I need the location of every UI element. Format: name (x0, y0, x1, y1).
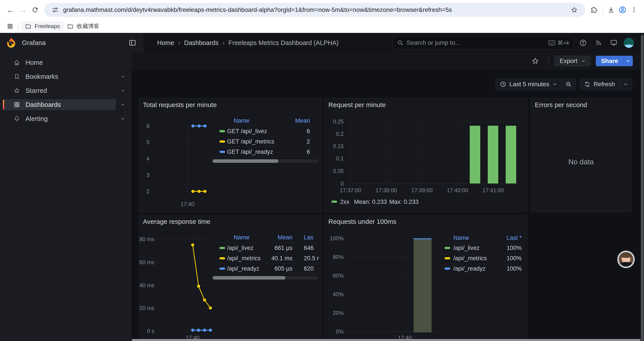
legend-header-mean[interactable]: Mean (257, 234, 292, 241)
legend-swatch[interactable] (220, 257, 225, 259)
legend-scrollbar[interactable] (212, 276, 318, 279)
time-range-picker[interactable]: Last 5 minutes (496, 79, 561, 90)
bookmark-folder-freeleaps[interactable]: Freeleaps (22, 21, 64, 31)
legend-header-name[interactable]: Name (234, 234, 250, 241)
breadcrumb-dashboards[interactable]: Dashboards (184, 39, 218, 47)
legend-header-last[interactable]: Las (304, 234, 314, 241)
chevron-down-icon[interactable] (118, 116, 127, 121)
legend-series-name[interactable]: /api/_livez (453, 244, 480, 252)
legend-header-mean[interactable]: Mean (277, 117, 310, 124)
home-icon (14, 59, 20, 66)
legend-series-name[interactable]: /api/_metrics (227, 254, 260, 262)
sidebar-item-bookmarks-link[interactable]: Bookmarks (3, 71, 116, 82)
page-scrollbar-vertical[interactable] (640, 33, 644, 341)
profile-icon[interactable] (617, 4, 628, 16)
sidebar-item-alerting-link[interactable]: Alerting (3, 113, 116, 124)
legend-swatch[interactable] (220, 247, 225, 249)
user-avatar[interactable] (624, 38, 634, 48)
legend-series-name[interactable]: /api/_livez (227, 244, 254, 252)
zoom-out-button[interactable] (561, 79, 576, 90)
sidebar-item-home[interactable]: Home (3, 57, 127, 68)
legend-series-name[interactable]: /api/_readyz (227, 265, 259, 272)
legend-series-name[interactable]: 2xx (340, 198, 350, 206)
export-button[interactable]: Export (554, 56, 591, 66)
scrollbar-thumb[interactable] (212, 276, 286, 279)
legend-swatch[interactable] (220, 140, 225, 143)
dock-menu-icon[interactable] (128, 38, 137, 48)
bookmark-star-icon[interactable] (568, 4, 580, 16)
gridline (422, 122, 422, 184)
legend-last-value: 646 (304, 244, 322, 252)
legend-swatch[interactable] (220, 267, 225, 270)
favorite-star-icon[interactable] (530, 56, 540, 66)
legend-header-name[interactable]: Name (234, 117, 250, 124)
legend-value: 2 (277, 138, 310, 145)
legend-swatch[interactable] (444, 257, 450, 259)
page-scrollbar-horizontal[interactable] (132, 339, 640, 341)
gridline (386, 122, 386, 184)
gridline (157, 308, 211, 308)
browser-menu-icon[interactable] (628, 4, 640, 16)
share-menu-button[interactable] (624, 56, 633, 66)
y-tick: 0.15 (326, 143, 344, 149)
extensions-icon[interactable] (588, 4, 600, 16)
browser-toolbar: ← → grafana.mathmast.com/d/deytv4rwavabk… (0, 0, 644, 20)
legend-series-name[interactable]: GET /api/_readyz (227, 148, 273, 156)
legend-series-name[interactable]: /api/_readyz (453, 265, 486, 272)
bookmark-folder-blogs[interactable]: 收藏博客 (64, 21, 103, 32)
apps-grid-icon[interactable] (4, 21, 16, 32)
panel-title[interactable]: Total requests per minute (143, 101, 217, 109)
legend-series-name[interactable]: GET /api/_livez (227, 128, 267, 135)
url-bar[interactable]: grafana.mathmast.com/d/deytv4rwavabkb/fr… (44, 3, 585, 17)
x-tick: 17:41:00 (476, 187, 511, 194)
legend-mean-value: 605 µs (257, 265, 292, 272)
chevron-down-icon[interactable] (118, 88, 127, 93)
legend-swatch[interactable] (220, 130, 225, 132)
panel-title[interactable]: Request per minute (328, 101, 386, 109)
legend-swatch[interactable] (444, 267, 450, 270)
sidebar-item-dashboards[interactable]: Dashboards (3, 99, 127, 110)
download-icon[interactable] (606, 4, 617, 16)
refresh-interval-button[interactable] (619, 79, 632, 90)
chevron-down-icon[interactable] (118, 74, 127, 79)
legend-value: 6 (277, 128, 310, 135)
y-tick: 20% (326, 310, 344, 316)
avatar (619, 252, 633, 267)
chevron-down-icon[interactable] (118, 102, 127, 107)
panel-title[interactable]: Errors per second (535, 101, 587, 109)
panel-title[interactable]: Average response time (143, 218, 210, 225)
legend-swatch[interactable] (332, 201, 337, 203)
data-point (204, 190, 206, 193)
breadcrumb-home[interactable]: Home (157, 39, 174, 47)
news-rss-icon[interactable] (593, 37, 604, 49)
panel-title[interactable]: Requests under 100ms (328, 218, 396, 225)
legend-separator (212, 157, 318, 157)
refresh-button[interactable]: Refresh (580, 79, 619, 90)
floating-assistant-avatar[interactable] (617, 251, 635, 268)
monitor-icon[interactable] (608, 37, 620, 49)
legend-header-name[interactable]: Name (453, 234, 469, 242)
reload-button[interactable] (29, 4, 41, 16)
url-text[interactable]: grafana.mathmast.com/d/deytv4rwavabkb/fr… (63, 6, 568, 14)
legend-series-name[interactable]: GET /api/_metrics (227, 138, 274, 145)
legend-header-last[interactable]: Last * (489, 234, 522, 242)
scrollbar-thumb[interactable] (641, 35, 644, 341)
forward-button[interactable]: → (17, 4, 29, 16)
legend-swatch[interactable] (220, 151, 225, 153)
scrollbar-thumb[interactable] (212, 159, 278, 163)
sidebar-item-home-link[interactable]: Home (3, 57, 116, 68)
search-input[interactable]: Search or jump to... ⌘+k (393, 36, 574, 49)
sidebar-item-dashboards-link[interactable]: Dashboards (3, 99, 116, 110)
help-icon[interactable] (577, 37, 589, 49)
legend-scrollbar[interactable] (212, 159, 318, 163)
sidebar-item-starred[interactable]: Starred (3, 85, 127, 96)
sidebar-item-bookmarks[interactable]: Bookmarks (3, 71, 127, 82)
legend-swatch[interactable] (444, 247, 450, 249)
share-button[interactable]: Share (596, 56, 624, 66)
back-button[interactable]: ← (4, 4, 17, 16)
legend-separator (212, 274, 318, 274)
sidebar-item-alerting[interactable]: Alerting (3, 113, 127, 124)
legend-series-name[interactable]: /api/_metrics (453, 254, 487, 262)
site-settings-icon[interactable] (50, 4, 61, 16)
sidebar-item-starred-link[interactable]: Starred (3, 85, 116, 96)
